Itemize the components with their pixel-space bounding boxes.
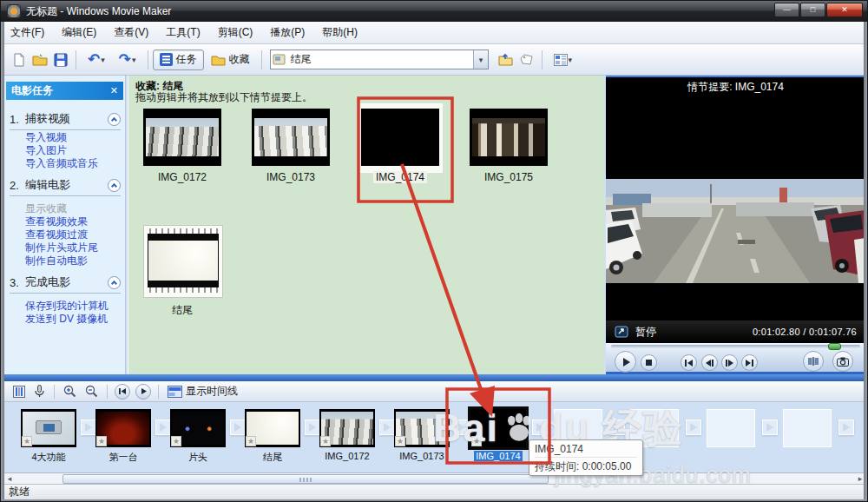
link-view-video-effects[interactable]: 查看视频效果 — [25, 216, 122, 228]
section-capture-video[interactable]: 1. 捕获视频 — [10, 111, 121, 130]
transition-slot[interactable] — [230, 419, 246, 435]
collections-button[interactable]: 收藏 — [204, 50, 257, 70]
storyboard-clip-diyitai[interactable]: ★ — [95, 409, 151, 447]
collection-clip-img0172[interactable]: IMG_0172 — [143, 109, 221, 183]
tasks-button[interactable]: 任务 — [153, 50, 204, 70]
show-timeline-label: 显示时间线 — [186, 384, 238, 399]
save-project-button[interactable] — [50, 50, 71, 70]
take-picture-button[interactable] — [832, 351, 853, 372]
tasks-icon — [160, 53, 173, 66]
empty-storyboard-slot[interactable] — [707, 409, 755, 447]
new-collection-button[interactable] — [516, 50, 537, 70]
menu-help[interactable]: 帮助(H) — [313, 22, 366, 43]
transition-slot[interactable] — [609, 419, 625, 435]
link-save-to-computer[interactable]: 保存到我的计算机 — [25, 301, 122, 312]
clip-thumbnail — [470, 109, 548, 166]
undo-button[interactable]: ↶ ▾ — [81, 50, 112, 70]
menu-clip[interactable]: 剪辑(C) — [209, 22, 262, 43]
pane-splitter[interactable] — [1, 374, 868, 381]
tasks-button-label: 任务 — [176, 52, 197, 67]
close-button[interactable]: ✕ — [826, 3, 863, 17]
collapse-icon[interactable] — [108, 276, 121, 289]
transition-slot[interactable] — [838, 419, 854, 435]
rewind-icon — [119, 388, 126, 394]
link-make-automovie[interactable]: 制作自动电影 — [25, 255, 122, 267]
zoom-in-button[interactable] — [59, 383, 81, 400]
transition-slot[interactable] — [155, 419, 171, 435]
scroll-left-button[interactable]: ◂ — [3, 474, 16, 484]
views-caret-icon: ▾ — [569, 56, 573, 64]
close-pane-icon[interactable]: ✕ — [110, 85, 118, 96]
link-send-to-dv[interactable]: 发送到 DV 摄像机 — [25, 314, 122, 325]
step-forward-button[interactable] — [721, 354, 738, 371]
redo-icon: ↷ — [119, 52, 131, 67]
storyboard-clip-img0173[interactable]: ★ — [394, 409, 450, 447]
menu-tools[interactable]: 工具(T) — [157, 22, 208, 43]
split-clip-button[interactable] — [803, 351, 824, 372]
narrate-timeline-button[interactable] — [30, 383, 49, 400]
combobox-dropdown-button[interactable]: ▾ — [473, 50, 488, 69]
play-storyboard-button[interactable] — [135, 384, 151, 400]
new-project-button[interactable] — [9, 50, 30, 70]
collection-clip-img0173[interactable]: IMG_0173 — [252, 109, 330, 183]
menu-view[interactable]: 查看(V) — [105, 22, 157, 43]
empty-storyboard-slot[interactable] — [783, 409, 832, 447]
collection-combobox[interactable]: 结尾 ▾ — [270, 50, 489, 69]
skip-forward-icon — [746, 360, 753, 367]
transition-slot[interactable] — [686, 419, 701, 435]
views-grid-icon — [554, 54, 568, 66]
menu-file[interactable]: 文件(F) — [2, 22, 53, 43]
transition-slot[interactable] — [379, 419, 395, 435]
link-view-video-transitions[interactable]: 查看视频过渡 — [25, 229, 122, 241]
section-finish-movie[interactable]: 3. 完成电影 — [10, 274, 121, 294]
link-show-collections[interactable]: 显示收藏 — [25, 203, 122, 215]
collection-clip-credits[interactable]: 结尾 — [143, 225, 221, 318]
scrollbar-thumb[interactable] — [62, 474, 549, 484]
section-title: 完成电影 — [25, 274, 70, 290]
minimize-button[interactable]: — — [774, 3, 799, 17]
next-frame-button[interactable] — [741, 354, 758, 371]
seek-thumb[interactable] — [828, 343, 841, 350]
playback-state-label: 暂停 — [635, 325, 656, 340]
back-to-storyboard-icon[interactable] — [615, 326, 628, 338]
storyboard-clip-img0172[interactable]: ★ — [319, 409, 375, 447]
collapse-icon[interactable] — [108, 113, 121, 126]
transition-slot[interactable] — [81, 419, 96, 435]
redo-button[interactable]: ↷ ▾ — [112, 50, 143, 70]
up-one-level-button[interactable] — [496, 50, 516, 70]
seek-bar[interactable] — [611, 345, 860, 348]
link-import-audio[interactable]: 导入音频或音乐 — [25, 158, 122, 169]
maximize-button[interactable]: □ — [800, 3, 825, 17]
transition-slot[interactable] — [532, 419, 548, 435]
views-button[interactable]: ▾ — [547, 50, 580, 70]
transition-slot[interactable] — [762, 419, 778, 435]
link-make-titles-credits[interactable]: 制作片头或片尾 — [25, 242, 122, 254]
menu-edit[interactable]: 编辑(E) — [53, 22, 105, 43]
collapse-icon[interactable] — [108, 179, 121, 192]
play-button[interactable] — [615, 351, 636, 373]
storyboard-clip-img0174-selected[interactable]: ★ — [470, 409, 526, 447]
collection-clip-img0175[interactable]: IMG_0175 — [470, 109, 548, 183]
collection-clip-img0174-selected[interactable]: IMG_0174 — [361, 109, 439, 183]
show-timeline-icon — [168, 386, 182, 398]
timeline-scrollbar[interactable]: ◂ ▸ — [2, 472, 868, 484]
storyboard-clip-piantou[interactable]: ★ — [170, 409, 226, 447]
link-import-video[interactable]: 导入视频 — [25, 132, 122, 143]
open-project-button[interactable] — [30, 50, 50, 70]
rewind-storyboard-button[interactable] — [115, 384, 130, 400]
link-import-pictures[interactable]: 导入图片 — [25, 145, 122, 156]
previous-frame-button[interactable] — [681, 354, 697, 371]
step-back-button[interactable] — [701, 354, 718, 371]
zoom-out-button[interactable] — [81, 383, 102, 400]
stop-button[interactable] — [641, 354, 657, 371]
storyboard-clip-jiewei[interactable]: ★ — [245, 409, 300, 447]
transition-slot[interactable] — [454, 419, 470, 435]
transition-slot[interactable] — [305, 419, 320, 435]
storyboard-clip-4dagongneng[interactable]: ★ — [21, 409, 76, 447]
section-edit-movie[interactable]: 2. 编辑电影 — [10, 177, 121, 196]
audio-levels-button[interactable] — [9, 383, 30, 400]
show-timeline-button[interactable]: 显示时间线 — [163, 383, 242, 400]
menu-play[interactable]: 播放(P) — [261, 22, 313, 43]
clip-thumbnail — [252, 109, 330, 166]
play-icon — [621, 358, 630, 367]
